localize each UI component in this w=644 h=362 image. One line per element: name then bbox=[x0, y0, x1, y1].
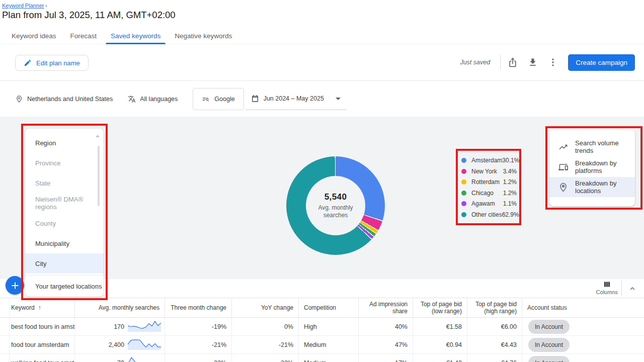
col-header-ad-impression-share[interactable]: Ad impression share bbox=[358, 298, 413, 317]
edit-plan-name-button[interactable]: Edit plan name bbox=[15, 55, 89, 71]
save-status-text: Just saved bbox=[460, 59, 490, 66]
collapse-table-button[interactable] bbox=[625, 282, 639, 296]
legend-dot bbox=[461, 169, 466, 174]
header-label: Competition bbox=[304, 304, 336, 311]
plan-toolbar-card: Edit plan name Just saved bbox=[0, 44, 644, 117]
header-label: Account status bbox=[527, 304, 567, 311]
cell-top-bid-low: €0.94 bbox=[413, 336, 467, 353]
chart-view-breakdown-by-locations[interactable]: Breakdown by locations bbox=[549, 177, 635, 197]
table-body: best food tours in amst...170-19%0%High4… bbox=[0, 318, 644, 362]
cell-top-bid-high: €4.43 bbox=[467, 336, 522, 353]
languages-filter[interactable]: All languages bbox=[128, 95, 178, 103]
more-options-button[interactable] bbox=[543, 52, 563, 72]
col-header-account-status[interactable]: Account status bbox=[522, 298, 644, 317]
keyword-planner-page: Keyword Planner› Plan from Jul 3, 2025, … bbox=[0, 0, 644, 362]
cell-three-month-change: -19% bbox=[165, 318, 231, 335]
scroll-down-icon[interactable] bbox=[96, 287, 100, 290]
plan-actions-row: Edit plan name Just saved bbox=[0, 44, 644, 80]
calendar-icon bbox=[251, 95, 259, 103]
legend-value: 1.2% bbox=[503, 178, 517, 186]
col-header-three-month-change[interactable]: Three month change bbox=[165, 298, 231, 317]
breadcrumb-keyword-planner-link[interactable]: Keyword Planner bbox=[2, 3, 44, 9]
col-header-keyword[interactable]: Keyword↑ bbox=[0, 298, 74, 317]
date-range-caret-icon bbox=[336, 98, 341, 100]
location-level-state: State bbox=[25, 173, 104, 193]
legend-value: 62.9% bbox=[502, 211, 519, 218]
legend-value: 1.2% bbox=[503, 190, 517, 197]
cell-three-month-change: -22% bbox=[165, 354, 231, 362]
share-button[interactable] bbox=[503, 52, 523, 72]
download-icon bbox=[528, 57, 538, 67]
keyword-column-gutter-line bbox=[9, 298, 10, 362]
table-row[interactable]: walking food tour amst...70-22%-22%Mediu… bbox=[0, 354, 644, 362]
create-campaign-button[interactable]: Create campaign bbox=[568, 54, 635, 71]
location-pin-icon bbox=[15, 95, 23, 103]
table-header-row: Keyword↑Avg. monthly searchesThree month… bbox=[0, 298, 644, 318]
scroll-up-icon[interactable] bbox=[96, 135, 100, 137]
location-level-your-targeted-locations[interactable]: Your targeted locations bbox=[25, 275, 104, 297]
chart-view-search-volume-trends[interactable]: Search volume trends bbox=[549, 137, 635, 157]
share-icon bbox=[508, 57, 518, 67]
legend-label: Amsterdam bbox=[471, 157, 502, 164]
translate-icon bbox=[128, 95, 136, 103]
sparkline bbox=[128, 355, 161, 362]
cell-top-bid-high: €4.76 bbox=[467, 354, 522, 362]
columns-icon bbox=[603, 280, 611, 289]
location-pin-icon bbox=[558, 183, 568, 192]
table-toolbar-divider bbox=[621, 281, 622, 296]
tab-forecast[interactable]: Forecast bbox=[63, 27, 104, 44]
sort-ascending-icon: ↑ bbox=[38, 304, 41, 311]
donut-center: 5,540 Avg. monthly searches bbox=[306, 176, 365, 235]
edit-plan-name-label: Edit plan name bbox=[36, 59, 80, 67]
network-filter-label: Google bbox=[214, 96, 234, 103]
chart-view-breakdown-by-platforms[interactable]: Breakdown by platforms bbox=[549, 157, 635, 177]
legend-label: Agawam bbox=[471, 200, 503, 207]
header-label: Ad impression share bbox=[364, 301, 408, 315]
donut-subtitle: Avg. monthly searches bbox=[314, 204, 357, 219]
legend-dot bbox=[461, 212, 466, 217]
tab-negative-keywords[interactable]: Negative keywords bbox=[168, 27, 239, 44]
location-level-region[interactable]: Region bbox=[25, 133, 104, 153]
donut-total-value: 5,540 bbox=[325, 192, 347, 202]
location-level-province: Province bbox=[25, 153, 104, 173]
col-header-top-of-page-bid-high-range[interactable]: Top of page bid (high range) bbox=[467, 298, 522, 317]
cell-top-bid-high: €6.00 bbox=[467, 318, 522, 335]
table-row[interactable]: best food tours in amst...170-19%0%High4… bbox=[0, 318, 644, 336]
date-range-filter[interactable]: Jun 2024 – May 2025 bbox=[245, 87, 347, 110]
sparkline bbox=[128, 319, 161, 334]
location-level-county: County bbox=[25, 213, 104, 233]
legend-item-agawam: Agawam1.1% bbox=[461, 200, 517, 207]
location-level-city[interactable]: City bbox=[25, 253, 104, 274]
pencil-icon bbox=[24, 59, 32, 67]
legend-item-amsterdam: Amsterdam30.1% bbox=[461, 157, 517, 164]
table-row[interactable]: food tour amsterdam2,400-21%-21%Medium47… bbox=[0, 336, 644, 354]
legend-dot bbox=[461, 201, 466, 206]
search-network-icon bbox=[202, 95, 210, 103]
avg-searches-value: 170 bbox=[114, 323, 124, 330]
network-filter[interactable]: Google bbox=[193, 88, 244, 110]
add-keywords-fab[interactable] bbox=[6, 276, 24, 295]
download-button[interactable] bbox=[523, 52, 543, 72]
location-level-municipality[interactable]: Municipality bbox=[25, 233, 104, 253]
legend-dot bbox=[461, 158, 466, 163]
chart-section: 5,540 Avg. monthly searches Amsterdam30.… bbox=[0, 117, 644, 279]
legend-label: Chicago bbox=[471, 190, 503, 197]
scrollbar-thumb[interactable] bbox=[98, 146, 100, 206]
header-label: Keyword bbox=[11, 304, 35, 311]
header-label: YoY change bbox=[261, 304, 293, 311]
col-header-top-of-page-bid-low-range[interactable]: Top of page bid (low range) bbox=[413, 298, 467, 317]
tab-saved-keywords[interactable]: Saved keywords bbox=[104, 27, 168, 44]
columns-button[interactable]: Columns bbox=[596, 280, 618, 295]
donut-chart-wrap: 5,540 Avg. monthly searches bbox=[286, 156, 385, 255]
tab-keyword-ideas[interactable]: Keyword ideas bbox=[5, 27, 63, 44]
locations-filter-label: Netherlands and United States bbox=[27, 96, 113, 103]
tab-bar: Keyword ideasForecastSaved keywordsNegat… bbox=[5, 27, 239, 44]
legend-item-other-cities: Other cities62.9% bbox=[461, 211, 517, 218]
chart-view-label: Breakdown by platforms bbox=[575, 159, 635, 174]
col-header-competition[interactable]: Competition bbox=[298, 298, 358, 317]
col-header-avg-monthly-searches[interactable]: Avg. monthly searches bbox=[74, 298, 165, 317]
locations-filter[interactable]: Netherlands and United States bbox=[15, 95, 113, 103]
col-header-yoy-change[interactable]: YoY change bbox=[231, 298, 298, 317]
cell-ad-impression-share: 40% bbox=[358, 318, 413, 335]
cell-ad-impression-share: 47% bbox=[358, 336, 413, 353]
